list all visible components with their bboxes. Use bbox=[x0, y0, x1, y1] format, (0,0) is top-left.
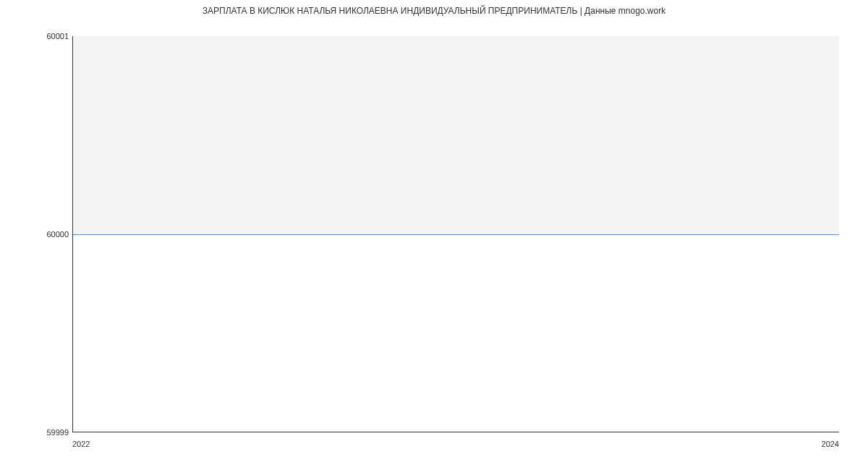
plot-lower-band bbox=[73, 234, 839, 432]
x-axis-tick-label: 2022 bbox=[72, 440, 90, 448]
y-axis-tick-label: 60000 bbox=[25, 230, 69, 239]
data-line-series-0 bbox=[73, 234, 839, 235]
chart-container: ЗАРПЛАТА В КИСЛЮК НАТАЛЬЯ НИКОЛАЕВНА ИНД… bbox=[0, 0, 868, 470]
plot-area bbox=[72, 36, 839, 432]
x-axis-tick-label: 2024 bbox=[822, 440, 839, 448]
chart-title: ЗАРПЛАТА В КИСЛЮК НАТАЛЬЯ НИКОЛАЕВНА ИНД… bbox=[0, 6, 868, 16]
y-axis-tick-label: 59999 bbox=[25, 428, 69, 437]
y-axis-tick-label: 60001 bbox=[25, 32, 69, 40]
